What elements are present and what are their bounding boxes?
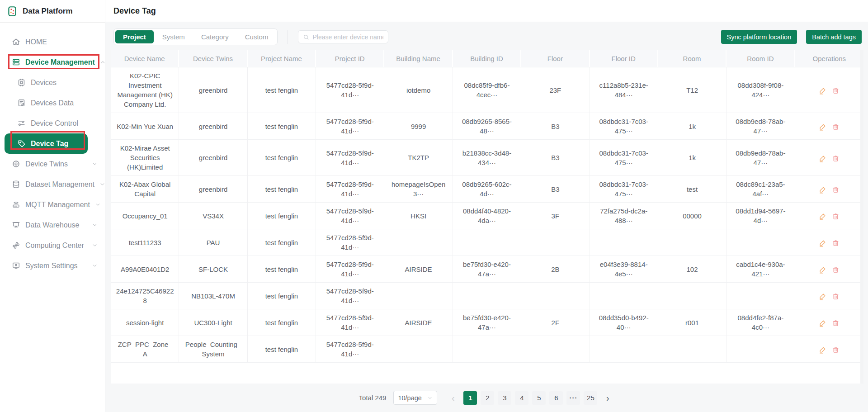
sidebar-item-system-settings[interactable]: System Settings (0, 256, 105, 276)
edit-icon[interactable] (819, 239, 826, 247)
search-input[interactable] (312, 33, 383, 41)
sidebar-item-devices[interactable]: Devices (0, 72, 105, 93)
prev-page-button[interactable]: ‹ (446, 391, 460, 405)
computing-center-icon (12, 241, 20, 250)
sidebar-item-mqtt-management[interactable]: MQTT Management (0, 194, 105, 215)
cell-floor: 3F (521, 203, 590, 229)
cell-floor (521, 229, 590, 256)
cell-building-id (453, 229, 521, 256)
edit-icon[interactable] (819, 266, 826, 274)
sidebar-item-device-control[interactable]: Device Control (0, 113, 105, 133)
edit-icon[interactable] (819, 155, 826, 162)
table-row: K02-Min Yue Xuangreenbirdtest fenglin547… (111, 113, 863, 140)
cell-operations (795, 140, 863, 176)
page-button-4[interactable]: 4 (515, 391, 528, 405)
column-header-building-name: Building Name (384, 50, 453, 67)
tab-system[interactable]: System (155, 30, 193, 43)
delete-icon[interactable] (832, 266, 840, 274)
delete-icon[interactable] (832, 155, 840, 162)
sidebar: Data Platform HOMEDevice ManagementDevic… (0, 0, 105, 412)
sidebar-item-label: MQTT Management (25, 201, 90, 209)
cell-room-id: 08dd4fe2-f87a-4c0··· (726, 309, 795, 336)
sidebar-item-dataset-management[interactable]: Dataset Management (0, 174, 105, 194)
page-button-1[interactable]: 1 (463, 391, 477, 405)
page-size-select[interactable]: 10/page (393, 391, 437, 405)
edit-icon[interactable] (819, 213, 826, 220)
cell-floor-id (590, 336, 658, 363)
cell-floor-id: 08dd35d0-b492-40··· (590, 309, 658, 336)
cell-building-id: be75fd30-e420-47a··· (453, 256, 521, 283)
delete-icon[interactable] (832, 239, 840, 247)
chevron-down-icon (92, 242, 98, 248)
sidebar-item-device-twins[interactable]: Device Twins (0, 154, 105, 174)
table-row: 24e124725C469228NB103L-470Mtest fenglin5… (111, 283, 863, 309)
cell-building-id: 08db9265-8565-48··· (453, 113, 521, 140)
edit-icon[interactable] (819, 87, 826, 95)
edit-icon[interactable] (819, 293, 826, 300)
cell-building-id: 08db9265-602c-4d··· (453, 176, 521, 203)
cell-device-name: 24e124725C469228 (111, 283, 179, 309)
cell-device-name: session-light (111, 309, 179, 336)
page-button-2[interactable]: 2 (481, 391, 494, 405)
cell-floor: 2B (521, 256, 590, 283)
cell-operations (795, 67, 863, 113)
delete-icon[interactable] (832, 186, 840, 194)
tag-type-tabs: ProjectSystemCategoryCustom (113, 28, 278, 45)
table-body: K02-CPIC Investment Management (HK) Comp… (111, 67, 863, 363)
delete-icon[interactable] (832, 213, 840, 220)
delete-icon[interactable] (832, 293, 840, 300)
scrollbar-track[interactable] (860, 50, 863, 384)
sidebar-menu: HOMEDevice ManagementDevicesDevices Data… (0, 23, 105, 276)
cell-device-twins: SF-LOCK (179, 256, 247, 283)
cell-floor: B3 (521, 140, 590, 176)
tab-project[interactable]: Project (115, 30, 154, 43)
edit-icon[interactable] (819, 123, 826, 131)
cell-floor: 2F (521, 309, 590, 336)
cell-room-id (726, 283, 795, 309)
next-page-button[interactable]: › (601, 391, 614, 405)
cell-building-name: HKSI (384, 203, 453, 229)
page-button-5[interactable]: 5 (532, 391, 546, 405)
cell-device-name: K02-CPIC Investment Management (HK) Comp… (111, 67, 179, 113)
sidebar-item-data-warehouse[interactable]: Data Warehouse (0, 215, 105, 235)
toolbar-buttons: Sync platform locationBatch add tags (721, 30, 862, 44)
cell-device-name: K02-Mirae Asset Securities (HK)Limited (111, 140, 179, 176)
tab-category[interactable]: Category (193, 30, 236, 43)
cell-device-name: A99A0E0401D2 (111, 256, 179, 283)
home-icon (12, 38, 20, 46)
cell-room: 102 (658, 256, 726, 283)
sidebar-item-label: HOME (25, 38, 47, 46)
brand: Data Platform (0, 0, 105, 23)
edit-icon[interactable] (819, 346, 826, 354)
cell-floor: 23F (521, 67, 590, 113)
delete-icon[interactable] (832, 123, 840, 131)
edit-icon[interactable] (819, 319, 826, 327)
device-tag-table: Device NameDevice TwinsProject NameProje… (111, 50, 863, 363)
cell-device-twins: People_Counting_System (179, 336, 247, 363)
edit-icon[interactable] (819, 186, 826, 194)
cell-building-name: AIRSIDE (384, 309, 453, 336)
delete-icon[interactable] (832, 87, 840, 95)
sidebar-item-computing-center[interactable]: Computing Center (0, 235, 105, 256)
sidebar-item-home[interactable]: HOME (0, 32, 105, 52)
sidebar-item-label: Dataset Management (25, 180, 94, 189)
page-buttons: 123456···25 (463, 391, 597, 405)
page-button-3[interactable]: 3 (498, 391, 511, 405)
page-button-25[interactable]: 25 (584, 391, 597, 405)
mqtt-management-icon (12, 200, 20, 209)
sidebar-item-device-management[interactable]: Device Management (0, 52, 105, 72)
search-box[interactable] (298, 30, 388, 43)
batch-add-tags-button[interactable]: Batch add tags (806, 30, 862, 44)
page-ellipsis[interactable]: ··· (566, 391, 580, 405)
cell-room-id: 08dd1d94-5697-4d··· (726, 203, 795, 229)
tab-custom[interactable]: Custom (237, 30, 276, 43)
chevron-down-icon (99, 181, 105, 187)
page-button-6[interactable]: 6 (549, 391, 563, 405)
cell-building-name: 9999 (384, 113, 453, 140)
sidebar-item-device-tag[interactable]: Device Tag (5, 133, 88, 154)
toolbar: ProjectSystemCategoryCustom Sync platfor… (105, 22, 868, 50)
delete-icon[interactable] (832, 319, 840, 327)
delete-icon[interactable] (832, 346, 840, 354)
sidebar-item-devices-data[interactable]: Devices Data (0, 93, 105, 113)
sync-platform-location-button[interactable]: Sync platform location (721, 30, 797, 44)
